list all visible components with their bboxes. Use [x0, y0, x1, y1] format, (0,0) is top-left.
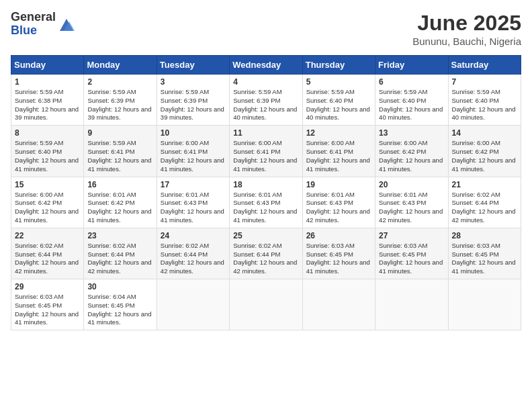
day-info: Sunrise: 6:03 AMSunset: 6:45 PMDaylight:…	[379, 242, 444, 276]
calendar-cell: 24Sunrise: 6:02 AMSunset: 6:44 PMDayligh…	[157, 228, 229, 279]
day-info: Sunrise: 5:59 AMSunset: 6:39 PMDaylight:…	[161, 88, 226, 122]
page-header: General Blue June 2025 Bununu, Bauchi, N…	[11, 11, 521, 47]
day-info: Sunrise: 5:59 AMSunset: 6:38 PMDaylight:…	[15, 88, 80, 122]
calendar-cell: 18Sunrise: 6:01 AMSunset: 6:43 PMDayligh…	[230, 177, 302, 228]
calendar-cell: 1Sunrise: 5:59 AMSunset: 6:38 PMDaylight…	[11, 75, 84, 126]
day-info: Sunrise: 5:59 AMSunset: 6:40 PMDaylight:…	[379, 88, 444, 122]
calendar-cell: 12Sunrise: 6:00 AMSunset: 6:41 PMDayligh…	[302, 126, 375, 177]
logo-general-text: General	[11, 11, 56, 24]
day-info: Sunrise: 5:59 AMSunset: 6:40 PMDaylight:…	[306, 88, 371, 122]
calendar-cell: 28Sunrise: 6:03 AMSunset: 6:45 PMDayligh…	[448, 228, 521, 279]
header-day-tuesday: Tuesday	[157, 56, 229, 75]
day-number: 11	[233, 128, 298, 138]
day-info: Sunrise: 6:00 AMSunset: 6:41 PMDaylight:…	[233, 139, 298, 173]
calendar-week-2: 8Sunrise: 5:59 AMSunset: 6:40 PMDaylight…	[11, 126, 521, 177]
day-number: 28	[452, 231, 517, 240]
day-info: Sunrise: 6:00 AMSunset: 6:42 PMDaylight:…	[452, 139, 517, 173]
calendar-cell	[157, 279, 229, 330]
day-info: Sunrise: 6:00 AMSunset: 6:41 PMDaylight:…	[306, 139, 371, 173]
day-info: Sunrise: 6:01 AMSunset: 6:43 PMDaylight:…	[161, 191, 226, 225]
day-info: Sunrise: 6:00 AMSunset: 6:42 PMDaylight:…	[379, 139, 444, 173]
day-number: 14	[452, 128, 517, 138]
header-day-monday: Monday	[84, 56, 157, 75]
calendar-cell	[230, 279, 302, 330]
location: Bununu, Bauchi, Nigeria	[412, 36, 521, 47]
day-number: 16	[87, 180, 152, 189]
day-info: Sunrise: 5:59 AMSunset: 6:40 PMDaylight:…	[15, 139, 80, 173]
day-info: Sunrise: 6:04 AMSunset: 6:45 PMDaylight:…	[87, 293, 152, 327]
day-number: 25	[233, 231, 298, 240]
day-number: 22	[15, 231, 80, 240]
calendar-table: SundayMondayTuesdayWednesdayThursdayFrid…	[11, 55, 521, 330]
calendar-week-3: 15Sunrise: 6:00 AMSunset: 6:42 PMDayligh…	[11, 177, 521, 228]
calendar-week-1: 1Sunrise: 5:59 AMSunset: 6:38 PMDaylight…	[11, 75, 521, 126]
logo-icon	[57, 15, 76, 34]
day-number: 10	[161, 128, 226, 138]
calendar-cell: 30Sunrise: 6:04 AMSunset: 6:45 PMDayligh…	[84, 279, 157, 330]
day-number: 2	[87, 77, 152, 87]
header-day-thursday: Thursday	[302, 56, 375, 75]
month-title: June 2025	[412, 11, 521, 36]
day-info: Sunrise: 6:01 AMSunset: 6:43 PMDaylight:…	[306, 191, 371, 225]
day-number: 9	[87, 128, 152, 138]
calendar-cell: 26Sunrise: 6:03 AMSunset: 6:45 PMDayligh…	[302, 228, 375, 279]
calendar-cell: 13Sunrise: 6:00 AMSunset: 6:42 PMDayligh…	[375, 126, 448, 177]
calendar-cell: 11Sunrise: 6:00 AMSunset: 6:41 PMDayligh…	[230, 126, 302, 177]
calendar-cell: 19Sunrise: 6:01 AMSunset: 6:43 PMDayligh…	[302, 177, 375, 228]
calendar-cell: 27Sunrise: 6:03 AMSunset: 6:45 PMDayligh…	[375, 228, 448, 279]
title-block: June 2025 Bununu, Bauchi, Nigeria	[412, 11, 521, 47]
day-info: Sunrise: 6:02 AMSunset: 6:44 PMDaylight:…	[15, 242, 80, 276]
day-number: 19	[306, 180, 371, 189]
day-number: 15	[15, 180, 80, 189]
calendar-cell: 6Sunrise: 5:59 AMSunset: 6:40 PMDaylight…	[375, 75, 448, 126]
calendar-cell: 29Sunrise: 6:03 AMSunset: 6:45 PMDayligh…	[11, 279, 84, 330]
day-number: 30	[87, 282, 152, 291]
day-info: Sunrise: 6:02 AMSunset: 6:44 PMDaylight:…	[233, 242, 298, 276]
calendar-body: 1Sunrise: 5:59 AMSunset: 6:38 PMDaylight…	[11, 75, 521, 330]
day-info: Sunrise: 6:00 AMSunset: 6:42 PMDaylight:…	[15, 191, 80, 225]
calendar-cell: 22Sunrise: 6:02 AMSunset: 6:44 PMDayligh…	[11, 228, 84, 279]
day-info: Sunrise: 6:03 AMSunset: 6:45 PMDaylight:…	[452, 242, 517, 276]
logo: General Blue	[11, 11, 76, 38]
day-info: Sunrise: 6:01 AMSunset: 6:43 PMDaylight:…	[379, 191, 444, 225]
header-day-saturday: Saturday	[448, 56, 521, 75]
header-day-friday: Friday	[375, 56, 448, 75]
day-info: Sunrise: 5:59 AMSunset: 6:39 PMDaylight:…	[87, 88, 152, 122]
day-number: 13	[379, 128, 444, 138]
calendar-cell: 21Sunrise: 6:02 AMSunset: 6:44 PMDayligh…	[448, 177, 521, 228]
day-number: 4	[233, 77, 298, 87]
day-number: 8	[15, 128, 80, 138]
day-number: 7	[452, 77, 517, 87]
day-number: 29	[15, 282, 80, 291]
calendar-cell: 16Sunrise: 6:01 AMSunset: 6:42 PMDayligh…	[84, 177, 157, 228]
day-number: 23	[87, 231, 152, 240]
calendar-cell: 25Sunrise: 6:02 AMSunset: 6:44 PMDayligh…	[230, 228, 302, 279]
calendar-week-5: 29Sunrise: 6:03 AMSunset: 6:45 PMDayligh…	[11, 279, 521, 330]
day-number: 1	[15, 77, 80, 87]
calendar-cell: 15Sunrise: 6:00 AMSunset: 6:42 PMDayligh…	[11, 177, 84, 228]
header-row: SundayMondayTuesdayWednesdayThursdayFrid…	[11, 56, 521, 75]
day-info: Sunrise: 6:03 AMSunset: 6:45 PMDaylight:…	[15, 293, 80, 327]
calendar-cell	[302, 279, 375, 330]
day-info: Sunrise: 5:59 AMSunset: 6:39 PMDaylight:…	[233, 88, 298, 122]
calendar-cell: 3Sunrise: 5:59 AMSunset: 6:39 PMDaylight…	[157, 75, 229, 126]
calendar-header: SundayMondayTuesdayWednesdayThursdayFrid…	[11, 56, 521, 75]
day-number: 17	[161, 180, 226, 189]
calendar-cell: 5Sunrise: 5:59 AMSunset: 6:40 PMDaylight…	[302, 75, 375, 126]
calendar-cell: 9Sunrise: 5:59 AMSunset: 6:41 PMDaylight…	[84, 126, 157, 177]
day-number: 3	[161, 77, 226, 87]
day-number: 27	[379, 231, 444, 240]
calendar-week-4: 22Sunrise: 6:02 AMSunset: 6:44 PMDayligh…	[11, 228, 521, 279]
calendar-cell: 14Sunrise: 6:00 AMSunset: 6:42 PMDayligh…	[448, 126, 521, 177]
calendar-cell: 23Sunrise: 6:02 AMSunset: 6:44 PMDayligh…	[84, 228, 157, 279]
day-info: Sunrise: 6:03 AMSunset: 6:45 PMDaylight:…	[306, 242, 371, 276]
calendar-cell: 17Sunrise: 6:01 AMSunset: 6:43 PMDayligh…	[157, 177, 229, 228]
calendar-cell	[375, 279, 448, 330]
logo-blue-text: Blue	[11, 24, 56, 38]
day-info: Sunrise: 6:02 AMSunset: 6:44 PMDaylight:…	[452, 191, 517, 225]
day-info: Sunrise: 5:59 AMSunset: 6:41 PMDaylight:…	[87, 139, 152, 173]
calendar-cell: 10Sunrise: 6:00 AMSunset: 6:41 PMDayligh…	[157, 126, 229, 177]
day-info: Sunrise: 6:02 AMSunset: 6:44 PMDaylight:…	[161, 242, 226, 276]
header-day-wednesday: Wednesday	[230, 56, 302, 75]
day-number: 26	[306, 231, 371, 240]
